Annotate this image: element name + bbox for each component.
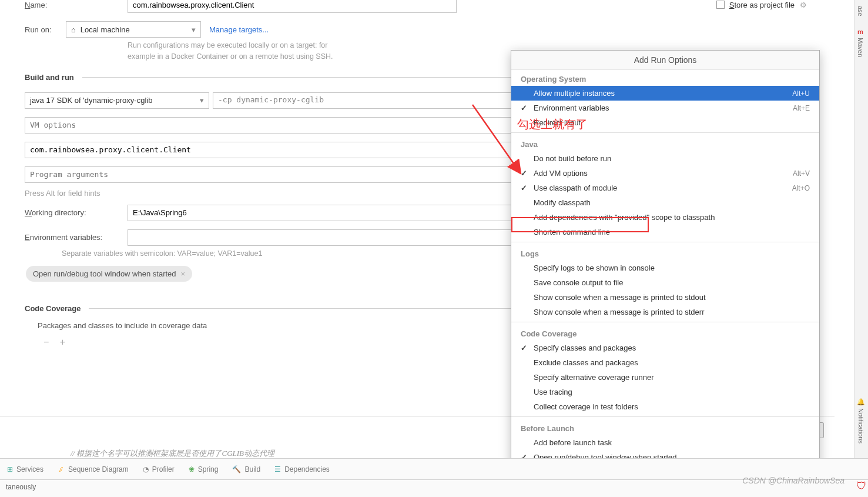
popup-item-label: Show console when a message is printed t… (534, 293, 810, 302)
code-coverage-heading: Code Coverage (25, 304, 81, 313)
popup-item[interactable]: ✓Specify classes and packages (511, 341, 819, 355)
popup-item[interactable]: Modify classpath (511, 195, 819, 210)
tab-sequence[interactable]: ⫽Sequence Diagram (51, 465, 136, 473)
popup-item[interactable]: Exclude classes and packages (511, 355, 819, 370)
chip-label: Open run/debug tool window when started (33, 269, 176, 278)
popup-group-label: Operating System (511, 70, 819, 86)
popup-group-label: Logs (511, 245, 819, 261)
build-icon: 🔨 (232, 465, 241, 473)
popup-item[interactable]: Save console output to file (511, 275, 819, 290)
popup-group-label: Code Coverage (511, 325, 819, 341)
popup-item-label: Specify classes and packages (534, 343, 810, 352)
open-tool-window-chip[interactable]: Open run/debug tool window when started … (26, 266, 192, 282)
popup-item-shortcut: Alt+E (793, 104, 810, 112)
name-label: ame: (30, 1, 47, 9)
tab-dependencies[interactable]: ☰Dependencies (267, 465, 337, 473)
tab-services[interactable]: ⊞Services (0, 465, 51, 473)
bottom-tool-tabs: ⊞Services ⫽Sequence Diagram ◔Profiler ❀S… (0, 458, 868, 479)
popup-item-shortcut: Alt+O (792, 184, 810, 192)
popup-item[interactable]: Add before launch task (511, 435, 819, 450)
store-project-checkbox[interactable] (716, 1, 725, 9)
right-tool-rail: ase mMaven 🔔Notifications (854, 0, 868, 497)
chevron-down-icon: ▾ (200, 96, 204, 105)
chevron-down-icon: ▾ (192, 25, 196, 34)
popup-item[interactable]: ✓Use classpath of moduleAlt+O (511, 181, 819, 195)
popup-item-shortcut: Alt+U (792, 89, 810, 98)
popup-item[interactable]: Specify logs to be shown in console (511, 261, 819, 275)
popup-item-label: Environment variables (534, 104, 793, 112)
add-class-button[interactable]: + (60, 337, 65, 347)
rail-item-ase[interactable]: ase (854, 0, 866, 22)
popup-item-label: Use tracing (534, 388, 810, 396)
popup-group-label: Java (511, 135, 819, 151)
run-on-select[interactable]: ⌂ Local machine ▾ (66, 21, 201, 38)
spring-icon: ❀ (189, 465, 195, 473)
run-on-label: Run on: (25, 25, 66, 34)
check-icon: ✓ (521, 104, 534, 112)
popup-item[interactable]: ✓Add VM optionsAlt+V (511, 166, 819, 181)
shield-icon[interactable]: 🛡 (856, 480, 867, 492)
tab-spring[interactable]: ❀Spring (182, 465, 226, 473)
popup-title: Add Run Options (511, 51, 819, 70)
popup-item-label: Collect coverage in test folders (534, 402, 810, 411)
popup-item-label: Add dependencies with "provided" scope t… (534, 213, 810, 222)
popup-item[interactable]: ✓Environment variablesAlt+E (511, 101, 819, 115)
dependencies-icon: ☰ (274, 465, 281, 473)
chip-close-icon[interactable]: × (181, 269, 186, 278)
jdk-select[interactable]: java 17 SDK of 'dynamic-proxy-cglib ▾ (25, 92, 209, 109)
popup-item-label: Save console output to file (534, 278, 810, 287)
popup-item[interactable]: Shorten command line (511, 225, 819, 239)
annotation-text: 勾选上就有了 (517, 116, 588, 132)
popup-item[interactable]: Use tracing (511, 385, 819, 399)
check-icon: ✓ (521, 184, 534, 192)
popup-item-label: Specify alternative coverage runner (534, 373, 810, 382)
popup-item-label: Allow multiple instances (534, 89, 792, 98)
popup-item[interactable]: Add dependencies with "provided" scope t… (511, 210, 819, 225)
popup-item-label: Add VM options (534, 169, 793, 178)
name-input[interactable] (128, 0, 457, 13)
run-on-value: Local machine (81, 25, 130, 34)
services-icon: ⊞ (7, 465, 13, 473)
rail-item-notifications[interactable]: 🔔Notifications (854, 392, 867, 449)
tab-profiler[interactable]: ◔Profiler (136, 465, 182, 473)
popup-item-label: Use classpath of module (534, 184, 792, 192)
build-and-run-heading: Build and run (25, 73, 74, 82)
tab-build[interactable]: 🔨Build (225, 465, 267, 473)
code-comment: // 根据这个名字可以推测框架底层是否使用了CGLIB动态代理 (71, 448, 274, 459)
manage-targets-link[interactable]: Manage targets... (209, 25, 269, 34)
popup-item-label: Show console when a message is printed t… (534, 308, 810, 316)
popup-item[interactable]: Allow multiple instancesAlt+U (511, 86, 819, 101)
profiler-icon: ◔ (143, 465, 149, 473)
popup-item-label: Do not build before run (534, 154, 810, 163)
popup-item[interactable]: Show console when a message is printed t… (511, 290, 819, 305)
popup-item-label: Specify logs to be shown in console (534, 263, 810, 272)
popup-item-label: Exclude classes and packages (534, 358, 810, 367)
popup-item-label: Shorten command line (534, 228, 810, 236)
popup-item-label: Modify classpath (534, 198, 810, 207)
popup-item-label: Add before launch task (534, 438, 810, 447)
check-icon: ✓ (521, 169, 534, 178)
remove-class-button[interactable]: − (43, 337, 49, 347)
store-project-label: Store as project file (729, 1, 795, 9)
jdk-value: java 17 SDK of 'dynamic-proxy-cglib (30, 96, 152, 105)
check-icon: ✓ (521, 343, 534, 352)
popup-item[interactable]: Do not build before run (511, 151, 819, 166)
popup-item-shortcut: Alt+V (793, 169, 810, 178)
popup-item[interactable]: Specify alternative coverage runner (511, 370, 819, 385)
popup-item[interactable]: Show console when a message is printed t… (511, 305, 819, 319)
home-icon: ⌂ (71, 25, 76, 34)
sequence-icon: ⫽ (58, 465, 65, 473)
gear-icon[interactable]: ⚙ (797, 0, 810, 11)
rail-item-maven[interactable]: mMaven (854, 22, 866, 63)
status-bar: taneously (0, 479, 868, 497)
popup-group-label: Before Launch (511, 419, 819, 435)
add-run-options-popup: Add Run Options Operating SystemAllow mu… (511, 50, 820, 481)
popup-item[interactable]: Collect coverage in test folders (511, 399, 819, 414)
